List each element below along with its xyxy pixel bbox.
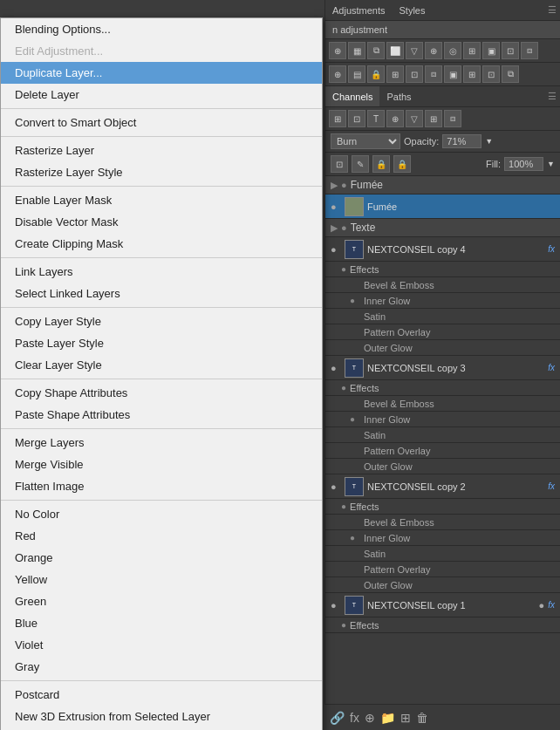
icon-6[interactable]: ⊕ xyxy=(425,42,442,59)
menu-item-3[interactable]: Delete Layer xyxy=(1,84,322,106)
layer-icon-3[interactable]: T xyxy=(367,110,385,127)
effect-bevel-nc2[interactable]: Bevel & Emboss xyxy=(325,515,560,530)
menu-item-5[interactable]: Rasterize Layer xyxy=(1,140,322,161)
layer-icon-2[interactable]: ⊡ xyxy=(348,110,365,127)
menu-item-10[interactable]: Link Layers xyxy=(1,261,322,283)
icon-1[interactable]: ⊕ xyxy=(329,42,346,59)
layer-fumee[interactable]: ● Fumée xyxy=(325,194,560,219)
menu-item-15[interactable]: Copy Shape Attributes xyxy=(1,382,322,404)
layer-icon-5[interactable]: ▽ xyxy=(406,110,423,127)
menu-item-23[interactable]: Yellow xyxy=(1,569,322,590)
icon-18[interactable]: ▣ xyxy=(444,65,461,83)
add-layer-icon[interactable]: ⊞ xyxy=(400,711,411,725)
channels-menu-icon[interactable]: ☰ xyxy=(544,91,560,102)
eye-icon-nc2-effects[interactable]: ● xyxy=(341,501,346,511)
eye-innerglow-nc4[interactable]: ● xyxy=(350,296,360,305)
add-group-icon[interactable]: 📁 xyxy=(380,711,395,725)
effect-innerglow-nc3[interactable]: ● Inner Glow xyxy=(325,412,560,427)
menu-item-4[interactable]: Convert to Smart Object xyxy=(1,112,322,133)
menu-item-9[interactable]: Create Clipping Mask xyxy=(1,233,322,255)
layer-icon-4[interactable]: ⊕ xyxy=(386,110,404,127)
menu-item-0[interactable]: Blending Options... xyxy=(1,18,322,40)
menu-item-26[interactable]: Violet xyxy=(1,634,322,656)
layer-nextconseil-3[interactable]: ● T NEXTCONSEIL copy 3 fx xyxy=(325,356,560,380)
effect-outerglow-nc4[interactable]: Outer Glow xyxy=(325,340,560,356)
menu-item-21[interactable]: Red xyxy=(1,525,322,547)
icon-4[interactable]: ⬜ xyxy=(386,42,404,59)
icon-14[interactable]: 🔒 xyxy=(367,65,385,83)
eye-icon-nc4-effects[interactable]: ● xyxy=(341,264,346,274)
opacity-input[interactable] xyxy=(442,134,481,148)
channels-tabs[interactable]: Channels Paths ☰ xyxy=(325,86,560,107)
fill-input[interactable] xyxy=(504,157,543,171)
icon-21[interactable]: ⧉ xyxy=(502,65,519,83)
delete-layer-icon[interactable]: 🗑 xyxy=(416,711,428,725)
menu-item-27[interactable]: Gray xyxy=(1,656,322,678)
lock-all-icon[interactable]: 🔒 xyxy=(393,155,411,173)
eye-icon-nc1[interactable]: ● xyxy=(331,600,341,611)
tab-styles[interactable]: Styles xyxy=(393,0,433,20)
context-menu[interactable]: Blending Options...Edit Adjustment...Dup… xyxy=(0,17,323,730)
nc1-eye-2[interactable]: ● xyxy=(539,600,545,611)
eye-icon-nc1-effects[interactable]: ● xyxy=(341,620,346,630)
menu-item-14[interactable]: Clear Layer Style xyxy=(1,354,322,376)
group-fumee-header[interactable]: ▶ ● Fumée xyxy=(325,176,560,194)
layer-icon-7[interactable]: ⧈ xyxy=(444,110,461,127)
menu-item-13[interactable]: Paste Layer Style xyxy=(1,332,322,354)
eye-icon-nc3-effects[interactable]: ● xyxy=(341,383,346,392)
effect-bevel-nc4[interactable]: Bevel & Emboss xyxy=(325,277,560,293)
menu-item-2[interactable]: Duplicate Layer... xyxy=(1,62,322,84)
menu-item-17[interactable]: Merge Layers xyxy=(1,432,322,454)
eye-innerglow-nc2[interactable]: ● xyxy=(350,533,360,542)
menu-item-7[interactable]: Enable Layer Mask xyxy=(1,189,322,211)
effect-satin-nc4[interactable]: Satin xyxy=(325,309,560,324)
menu-item-18[interactable]: Merge Visible xyxy=(1,454,322,475)
layer-nextconseil-1[interactable]: ● T NEXTCONSEIL copy 1 ● fx xyxy=(325,593,560,617)
tab-paths[interactable]: Paths xyxy=(379,86,418,106)
effect-group-nc4-effects[interactable]: ● Effects xyxy=(325,262,560,277)
menu-item-24[interactable]: Green xyxy=(1,590,322,612)
menu-item-29[interactable]: New 3D Extrusion from Selected Layer xyxy=(1,706,322,727)
menu-item-16[interactable]: Paste Shape Attributes xyxy=(1,404,322,426)
eye-innerglow-nc3[interactable]: ● xyxy=(350,414,360,424)
effect-group-nc3-effects[interactable]: ● Effects xyxy=(325,380,560,396)
menu-item-11[interactable]: Select Linked Layers xyxy=(1,283,322,304)
layer-icon-1[interactable]: ⊞ xyxy=(329,110,346,127)
add-mask-icon[interactable]: ⊕ xyxy=(365,711,375,725)
icon-15[interactable]: ⊞ xyxy=(386,65,404,83)
effect-satin-nc2[interactable]: Satin xyxy=(325,546,560,562)
icon-17[interactable]: ⧈ xyxy=(425,65,442,83)
effect-outerglow-nc2[interactable]: Outer Glow xyxy=(325,577,560,593)
icon-5[interactable]: ▽ xyxy=(406,42,423,59)
menu-item-25[interactable]: Blue xyxy=(1,612,322,634)
icon-3[interactable]: ⧉ xyxy=(367,42,385,59)
icon-9[interactable]: ▣ xyxy=(482,42,500,59)
icon-19[interactable]: ⊞ xyxy=(463,65,481,83)
lock-transparent-icon[interactable]: ⊡ xyxy=(331,155,348,173)
icon-2[interactable]: ▦ xyxy=(348,42,365,59)
tab-channels[interactable]: Channels xyxy=(325,86,379,106)
effect-innerglow-nc2[interactable]: ● Inner Glow xyxy=(325,530,560,546)
panel-tabs[interactable]: Adjustments Styles ☰ xyxy=(325,0,560,21)
panel-menu-icon[interactable]: ☰ xyxy=(544,4,560,16)
menu-item-28[interactable]: Postcard xyxy=(1,684,322,706)
link-icon[interactable]: 🔗 xyxy=(330,711,345,725)
menu-item-22[interactable]: Orange xyxy=(1,547,322,569)
menu-item-12[interactable]: Copy Layer Style xyxy=(1,310,322,332)
effect-pattern-nc2[interactable]: Pattern Overlay xyxy=(325,562,560,577)
tab-adjustments[interactable]: Adjustments xyxy=(325,0,393,20)
icon-12[interactable]: ⊕ xyxy=(329,65,346,83)
eye-icon-nc2[interactable]: ● xyxy=(331,481,341,492)
layer-icon-6[interactable]: ⊞ xyxy=(425,110,442,127)
fill-arrow[interactable]: ▼ xyxy=(547,160,555,168)
icon-7[interactable]: ◎ xyxy=(444,42,461,59)
eye-icon-fumee-group[interactable]: ● xyxy=(341,180,347,190)
group-texte-header[interactable]: ▶ ● Texte xyxy=(325,219,560,237)
menu-item-8[interactable]: Disable Vector Mask xyxy=(1,211,322,233)
layer-nextconseil-2[interactable]: ● T NEXTCONSEIL copy 2 fx xyxy=(325,474,560,499)
lock-image-icon[interactable]: ✎ xyxy=(352,155,369,173)
opacity-arrow[interactable]: ▼ xyxy=(485,137,493,146)
icon-20[interactable]: ⊡ xyxy=(482,65,500,83)
eye-icon-texte-group[interactable]: ● xyxy=(341,222,347,233)
menu-item-20[interactable]: No Color xyxy=(1,503,322,525)
